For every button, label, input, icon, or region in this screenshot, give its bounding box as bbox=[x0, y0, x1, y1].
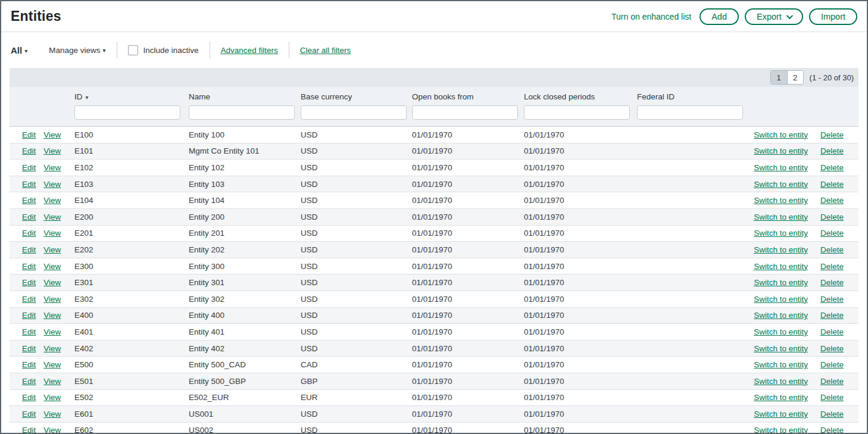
lock-closed-periods-filter-input[interactable] bbox=[524, 105, 630, 120]
page-1-button[interactable]: 1 bbox=[771, 71, 787, 84]
switch-to-entity-link[interactable]: Switch to entity bbox=[754, 245, 808, 254]
delete-link[interactable]: Delete bbox=[820, 213, 844, 221]
delete-link[interactable]: Delete bbox=[820, 229, 844, 238]
edit-link[interactable]: Edit bbox=[22, 163, 36, 172]
view-link[interactable]: View bbox=[43, 327, 61, 336]
delete-link[interactable]: Delete bbox=[820, 146, 844, 155]
delete-link[interactable]: Delete bbox=[820, 180, 844, 189]
view-link[interactable]: View bbox=[43, 262, 61, 271]
switch-to-entity-link[interactable]: Switch to entity bbox=[754, 393, 808, 402]
manage-views-dropdown[interactable]: Manage views▾ bbox=[49, 46, 105, 55]
view-link[interactable]: View bbox=[43, 344, 61, 353]
federal-id-filter-input[interactable] bbox=[637, 105, 743, 120]
delete-link[interactable]: Delete bbox=[820, 163, 844, 172]
edit-link[interactable]: Edit bbox=[22, 146, 36, 155]
edit-link[interactable]: Edit bbox=[22, 262, 36, 271]
delete-link[interactable]: Delete bbox=[820, 393, 844, 402]
edit-link[interactable]: Edit bbox=[22, 278, 36, 287]
column-header-name[interactable]: Name bbox=[189, 92, 301, 105]
edit-link[interactable]: Edit bbox=[22, 344, 36, 353]
switch-to-entity-link[interactable]: Switch to entity bbox=[754, 146, 808, 155]
view-link[interactable]: View bbox=[43, 377, 61, 386]
column-header-federal-id[interactable]: Federal ID bbox=[637, 92, 748, 105]
edit-link[interactable]: Edit bbox=[22, 426, 36, 434]
edit-link[interactable]: Edit bbox=[22, 295, 36, 304]
switch-to-entity-link[interactable]: Switch to entity bbox=[754, 196, 808, 205]
delete-link[interactable]: Delete bbox=[820, 262, 844, 271]
column-header-base-currency[interactable]: Base currency bbox=[301, 92, 412, 105]
edit-link[interactable]: Edit bbox=[22, 196, 36, 205]
view-selector-dropdown[interactable]: All▾ bbox=[11, 45, 27, 55]
edit-link[interactable]: Edit bbox=[22, 229, 36, 238]
view-link[interactable]: View bbox=[43, 426, 61, 434]
delete-link[interactable]: Delete bbox=[820, 278, 844, 287]
switch-to-entity-link[interactable]: Switch to entity bbox=[754, 130, 808, 139]
delete-link[interactable]: Delete bbox=[820, 311, 844, 320]
switch-to-entity-link[interactable]: Switch to entity bbox=[754, 213, 808, 221]
column-header-lock-closed-periods[interactable]: Lock closed periods bbox=[524, 92, 637, 105]
switch-to-entity-link[interactable]: Switch to entity bbox=[754, 163, 808, 172]
switch-to-entity-link[interactable]: Switch to entity bbox=[754, 344, 808, 353]
edit-link[interactable]: Edit bbox=[22, 180, 36, 189]
view-link[interactable]: View bbox=[43, 196, 61, 205]
view-link[interactable]: View bbox=[43, 229, 61, 238]
switch-to-entity-link[interactable]: Switch to entity bbox=[754, 360, 808, 369]
view-link[interactable]: View bbox=[43, 295, 61, 304]
view-link[interactable]: View bbox=[43, 360, 61, 369]
view-link[interactable]: View bbox=[43, 180, 61, 189]
view-link[interactable]: View bbox=[43, 278, 61, 287]
clear-all-filters-link[interactable]: Clear all filters bbox=[300, 46, 351, 55]
switch-to-entity-link[interactable]: Switch to entity bbox=[754, 229, 808, 238]
include-inactive-checkbox[interactable] bbox=[128, 45, 138, 55]
switch-to-entity-link[interactable]: Switch to entity bbox=[754, 262, 808, 271]
base-currency-cell: USD bbox=[301, 130, 412, 139]
advanced-filters-link[interactable]: Advanced filters bbox=[221, 46, 278, 55]
edit-link[interactable]: Edit bbox=[22, 377, 36, 386]
delete-link[interactable]: Delete bbox=[820, 130, 844, 139]
delete-link[interactable]: Delete bbox=[820, 245, 844, 254]
view-link[interactable]: View bbox=[43, 311, 61, 320]
column-header-id[interactable]: ID▾ bbox=[74, 92, 189, 105]
base-currency-filter-input[interactable] bbox=[301, 105, 407, 120]
switch-to-entity-link[interactable]: Switch to entity bbox=[754, 327, 808, 336]
export-button[interactable]: Export bbox=[745, 8, 803, 25]
edit-link[interactable]: Edit bbox=[22, 245, 36, 254]
delete-link[interactable]: Delete bbox=[820, 426, 844, 434]
delete-link[interactable]: Delete bbox=[820, 360, 844, 369]
column-header-open-books-from[interactable]: Open books from bbox=[412, 92, 524, 105]
edit-link[interactable]: Edit bbox=[22, 360, 36, 369]
switch-to-entity-link[interactable]: Switch to entity bbox=[754, 278, 808, 287]
edit-link[interactable]: Edit bbox=[22, 213, 36, 221]
delete-link[interactable]: Delete bbox=[820, 410, 844, 419]
open-books-from-filter-input[interactable] bbox=[412, 105, 518, 120]
view-link[interactable]: View bbox=[43, 393, 61, 402]
edit-link[interactable]: Edit bbox=[22, 393, 36, 402]
add-button[interactable]: Add bbox=[700, 8, 739, 25]
edit-link[interactable]: Edit bbox=[22, 410, 36, 419]
delete-link[interactable]: Delete bbox=[820, 327, 844, 336]
view-link[interactable]: View bbox=[43, 130, 61, 139]
switch-to-entity-link[interactable]: Switch to entity bbox=[754, 311, 808, 320]
view-link[interactable]: View bbox=[43, 245, 61, 254]
switch-to-entity-link[interactable]: Switch to entity bbox=[754, 410, 808, 419]
edit-link[interactable]: Edit bbox=[22, 327, 36, 336]
id-filter-input[interactable] bbox=[74, 105, 180, 120]
delete-link[interactable]: Delete bbox=[820, 295, 844, 304]
import-button[interactable]: Import bbox=[809, 8, 857, 25]
page-2-button[interactable]: 2 bbox=[787, 71, 803, 84]
view-link[interactable]: View bbox=[43, 213, 61, 221]
view-link[interactable]: View bbox=[43, 163, 61, 172]
turn-on-enhanced-list-link[interactable]: Turn on enhanced list bbox=[611, 12, 691, 21]
switch-to-entity-link[interactable]: Switch to entity bbox=[754, 426, 808, 434]
delete-link[interactable]: Delete bbox=[820, 377, 844, 386]
delete-link[interactable]: Delete bbox=[820, 344, 844, 353]
view-link[interactable]: View bbox=[43, 410, 61, 419]
name-filter-input[interactable] bbox=[189, 105, 295, 120]
view-link[interactable]: View bbox=[43, 146, 61, 155]
delete-link[interactable]: Delete bbox=[820, 196, 844, 205]
switch-to-entity-link[interactable]: Switch to entity bbox=[754, 180, 808, 189]
switch-to-entity-link[interactable]: Switch to entity bbox=[754, 295, 808, 304]
edit-link[interactable]: Edit bbox=[22, 130, 36, 139]
edit-link[interactable]: Edit bbox=[22, 311, 36, 320]
switch-to-entity-link[interactable]: Switch to entity bbox=[754, 377, 808, 386]
